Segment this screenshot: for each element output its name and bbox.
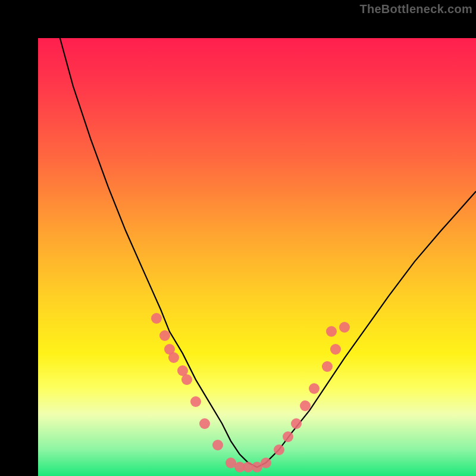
- marker-dot: [199, 418, 210, 429]
- marker-dot: [261, 458, 271, 468]
- marker-dot: [326, 326, 337, 337]
- marker-dot: [151, 313, 162, 324]
- marker-dot: [291, 418, 302, 429]
- curve-svg: [38, 38, 476, 476]
- marker-dot: [339, 322, 350, 333]
- marker-dot: [159, 330, 170, 341]
- marker-dot: [181, 374, 192, 385]
- marker-dot: [212, 440, 223, 450]
- plot-area: [38, 38, 476, 476]
- marker-dot: [322, 361, 333, 372]
- marker-dot: [309, 383, 320, 394]
- marker-dot: [274, 444, 284, 455]
- marker-dot: [168, 352, 179, 363]
- bottleneck-curve: [60, 38, 476, 467]
- marker-dot: [283, 431, 293, 442]
- chart-frame: [0, 0, 476, 476]
- watermark-text: TheBottleneck.com: [359, 2, 472, 16]
- marker-dot: [190, 396, 201, 407]
- marker-dot: [300, 400, 311, 411]
- marker-dot: [330, 344, 341, 355]
